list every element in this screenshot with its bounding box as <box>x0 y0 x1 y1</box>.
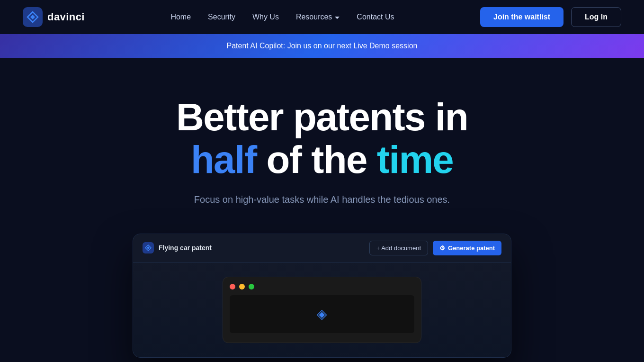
hero-accent-blue: half <box>191 138 257 181</box>
content-icon: ◈ <box>317 306 327 322</box>
screenshot-actions: + Add document ⚙ Generate patent <box>369 241 501 255</box>
hero-line2-mid: of the <box>256 138 376 181</box>
nav-link-contact-us[interactable]: Contact Us <box>357 13 394 21</box>
generate-icon: ⚙ <box>439 244 445 252</box>
traffic-lights <box>230 284 414 290</box>
traffic-light-green <box>249 284 254 290</box>
add-document-button[interactable]: + Add document <box>369 241 428 255</box>
nav-link-security[interactable]: Security <box>208 13 235 21</box>
nav-item-why-us[interactable]: Why Us <box>252 13 279 21</box>
hero-line1: Better patents in <box>176 95 468 138</box>
traffic-light-red <box>230 284 235 290</box>
screenshot-logo-icon <box>143 242 154 253</box>
join-waitlist-button[interactable]: Join the waitlist <box>480 7 564 27</box>
screenshot-toolbar: Flying car patent + Add document ⚙ Gener… <box>133 234 511 262</box>
hero-headline: Better patents in half of the time <box>176 96 468 181</box>
product-screenshot: Flying car patent + Add document ⚙ Gener… <box>133 234 511 358</box>
nav-item-contact-us[interactable]: Contact Us <box>357 13 394 21</box>
nav-item-home[interactable]: Home <box>170 13 191 21</box>
nav-link-resources[interactable]: Resources <box>296 13 340 21</box>
nav-link-why-us[interactable]: Why Us <box>252 13 279 21</box>
nav-actions: Join the waitlist Log In <box>480 7 621 27</box>
hero-subtitle: Focus on high-value tasks while AI handl… <box>194 194 450 205</box>
log-in-button[interactable]: Log In <box>571 7 621 27</box>
screenshot-body: ◈ <box>133 262 511 357</box>
generate-patent-button[interactable]: ⚙ Generate patent <box>433 241 501 255</box>
nav-link-home[interactable]: Home <box>170 13 191 21</box>
logo-text: davinci <box>47 11 85 23</box>
logo-link[interactable]: davinci <box>23 7 85 27</box>
logo-icon <box>23 7 43 27</box>
traffic-light-yellow <box>239 284 245 290</box>
hero-accent-cyan: time <box>377 138 453 181</box>
navbar: davinci Home Security Why Us Resources C… <box>0 0 644 34</box>
nav-item-resources[interactable]: Resources <box>296 13 340 21</box>
chevron-down-icon <box>335 17 340 19</box>
nav-links: Home Security Why Us Resources Contact U… <box>170 13 394 21</box>
banner-text: Patent AI Copilot: Join us on our next L… <box>227 42 418 50</box>
screenshot-title: Flying car patent <box>159 244 212 252</box>
announcement-banner[interactable]: Patent AI Copilot: Join us on our next L… <box>0 34 644 58</box>
nav-item-security[interactable]: Security <box>208 13 235 21</box>
inner-app-window: ◈ <box>223 277 421 343</box>
hero-section: Better patents in half of the time Focus… <box>0 58 644 362</box>
inner-window-content: ◈ <box>230 295 414 333</box>
screenshot-title-area: Flying car patent <box>143 242 212 253</box>
